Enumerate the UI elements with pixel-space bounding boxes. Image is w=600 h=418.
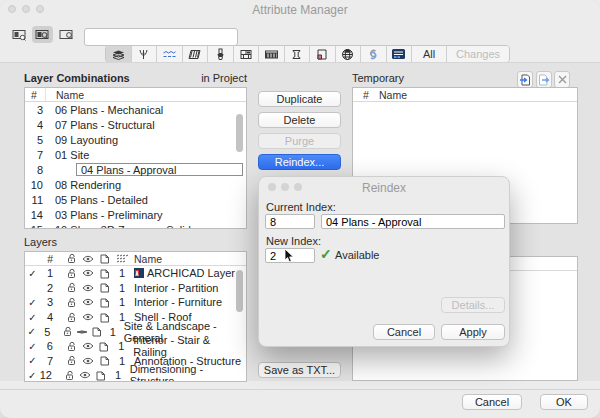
intersection-group-icon[interactable]	[93, 370, 108, 381]
eye-open-icon[interactable]	[80, 269, 96, 277]
new-index-label: New Index:	[266, 235, 321, 247]
save-as-txt-button[interactable]: Save as TXT...	[258, 362, 341, 378]
delete-temp-button[interactable]	[554, 71, 570, 88]
temporary-title: Temporary	[352, 72, 404, 84]
layer-check[interactable]: ✓	[25, 297, 40, 308]
attribute-type-tabs: All Changes	[105, 45, 510, 63]
lock-icon[interactable]	[60, 326, 74, 337]
delete-button[interactable]: Delete	[258, 112, 341, 128]
lock-icon[interactable]	[64, 268, 80, 279]
layer-check[interactable]: ✓	[25, 355, 40, 366]
layer-name: Dimensioning - Structure	[130, 363, 246, 382]
fill-types-icon	[187, 48, 202, 61]
tab-layers[interactable]	[106, 46, 132, 62]
eye-open-icon[interactable]	[80, 284, 96, 292]
lc-row-name: 09 Layouting	[45, 134, 118, 146]
lock-icon[interactable]	[64, 355, 80, 366]
overwrite-button[interactable]	[536, 71, 552, 88]
layer-row[interactable]: ✓ 1 1 ARCHICAD Layer	[25, 266, 246, 281]
eye-open-icon[interactable]	[78, 371, 93, 379]
cancel-button[interactable]: Cancel	[462, 394, 522, 410]
lc-row[interactable]: 407 Plans - Structural	[25, 117, 246, 132]
duplicate-label: Duplicate	[277, 93, 323, 105]
lock-icon[interactable]	[64, 297, 80, 308]
lc-list-header: # Name	[25, 88, 246, 102]
layer-combinations-list[interactable]: # Name 306 Plans - Mechanical 407 Plans …	[24, 87, 247, 229]
intersection-group-icon[interactable]	[89, 326, 103, 337]
lc-row[interactable]: 509 Layouting	[25, 132, 246, 147]
lc-row[interactable]: 1105 Plans - Detailed	[25, 193, 246, 208]
tab-surfaces[interactable]	[208, 46, 234, 62]
scrollbar-thumb[interactable]	[236, 270, 243, 312]
intersection-group-icon[interactable]	[95, 341, 111, 352]
intersection-group-icon[interactable]	[96, 297, 112, 308]
purge-button[interactable]: Purge	[258, 133, 341, 149]
intersection-group-icon[interactable]	[96, 355, 112, 366]
layers-list[interactable]: # Name ✓ 1 1 ARCHICAD Layer	[24, 251, 247, 382]
layer-check[interactable]: ✓	[25, 326, 39, 337]
lc-row[interactable]: 1510 Show 3D Zones as Solid	[25, 223, 246, 229]
lc-row[interactable]: 1403 Plans - Preliminary	[25, 208, 246, 223]
tab-mep-systems[interactable]	[387, 46, 413, 62]
layers-col-name: Name	[132, 253, 162, 265]
eye-open-icon[interactable]	[80, 298, 96, 306]
layer-row[interactable]: 2 1 Interior - Partition	[25, 281, 246, 296]
lc-row-selected[interactable]: 8 04 Plans - Approval	[25, 162, 246, 177]
lc-row-name: 07 Plans - Structural	[45, 119, 155, 131]
lc-name-edit-field[interactable]: 04 Plans - Approval	[76, 163, 243, 176]
ok-button[interactable]: OK	[540, 394, 588, 410]
lc-row[interactable]: 701 Site	[25, 147, 246, 162]
lc-row-num: 4	[25, 119, 45, 131]
intersection-group-icon[interactable]	[96, 268, 112, 279]
find-attribute-button[interactable]	[9, 26, 30, 43]
layer-row[interactable]: ✓ 12 1 Dimensioning - Structure	[25, 368, 246, 382]
tab-pens[interactable]	[132, 46, 158, 62]
details-button[interactable]: Details...	[441, 297, 505, 313]
layer-check[interactable]: ✓	[25, 312, 40, 323]
append-button[interactable]	[517, 71, 533, 88]
tab-zone-categories[interactable]	[310, 46, 336, 62]
tab-all[interactable]: All	[412, 46, 447, 62]
apply-button[interactable]: Apply	[441, 324, 505, 340]
scrollbar-thumb[interactable]	[236, 114, 243, 152]
layer-check[interactable]: ✓	[25, 341, 40, 352]
layers-icon	[111, 48, 126, 61]
intersection-group-icon[interactable]	[96, 312, 112, 323]
intersection-group-icon[interactable]	[96, 282, 112, 293]
layer-row[interactable]: ✓ 6 1 Interior - Stair & Railing	[25, 339, 246, 354]
layer-check[interactable]: ✓	[25, 268, 40, 279]
layer-check[interactable]: ✓	[25, 370, 39, 381]
tab-line-types[interactable]	[157, 46, 183, 62]
tab-building-materials[interactable]	[234, 46, 260, 62]
line-types-icon	[162, 48, 177, 61]
layer-row[interactable]: ✓ 3 1 Interior - Furniture	[25, 295, 246, 310]
duplicate-button[interactable]: Duplicate	[258, 91, 341, 107]
lc-row[interactable]: 306 Plans - Mechanical	[25, 102, 246, 117]
current-index-field[interactable]	[265, 214, 315, 229]
lock-icon[interactable]	[64, 341, 80, 352]
search-input[interactable]	[84, 28, 238, 46]
footer-divider	[0, 389, 600, 390]
eye-open-icon[interactable]	[80, 313, 96, 321]
find-attribute-by-name-button[interactable]	[32, 26, 53, 43]
tab-operation-profiles[interactable]	[361, 46, 387, 62]
current-name-field[interactable]	[321, 214, 505, 229]
lc-row-num: 7	[25, 149, 45, 161]
tab-composites[interactable]	[259, 46, 285, 62]
details-label: Details...	[452, 299, 495, 311]
tab-fill-types[interactable]	[183, 46, 209, 62]
lc-row[interactable]: 1008 Rendering	[25, 177, 246, 192]
reindex-button[interactable]: Reindex...	[258, 154, 341, 170]
tab-cities[interactable]	[336, 46, 362, 62]
lock-icon[interactable]	[62, 370, 77, 381]
lock-icon[interactable]	[64, 312, 80, 323]
reindex-cancel-button[interactable]: Cancel	[373, 324, 435, 340]
tab-profiles[interactable]	[285, 46, 311, 62]
eye-closed-icon[interactable]	[75, 328, 89, 336]
lock-icon[interactable]	[64, 282, 80, 293]
layer-pen: 1	[112, 296, 132, 308]
eye-open-icon[interactable]	[80, 357, 96, 365]
tab-changes[interactable]: Changes	[447, 46, 509, 62]
eye-open-icon[interactable]	[80, 342, 96, 350]
find-by-index-button[interactable]	[56, 26, 77, 43]
